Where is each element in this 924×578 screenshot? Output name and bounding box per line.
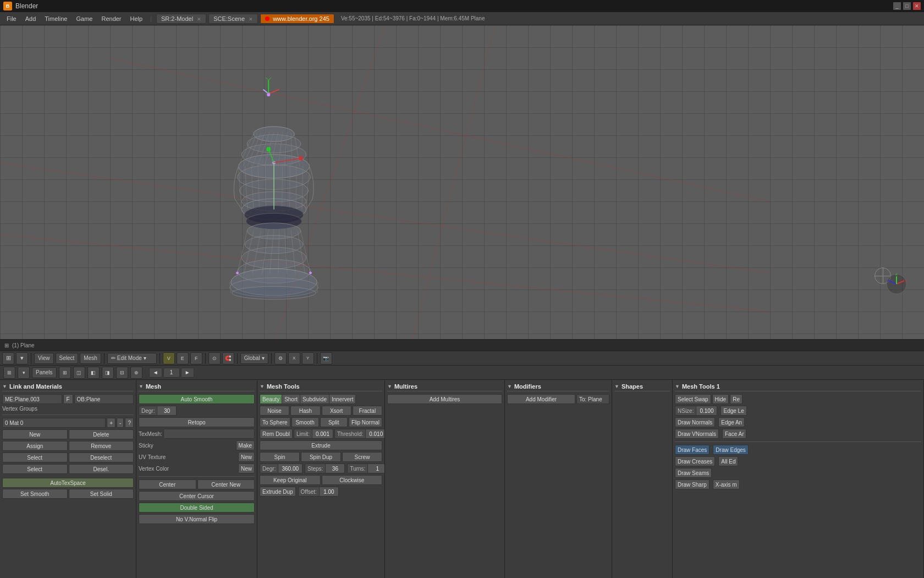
settings-btn[interactable]: ⚙ [274, 352, 287, 364]
tab-short[interactable]: Short [282, 394, 300, 404]
panel-icon-6[interactable]: ⊕ [130, 367, 142, 379]
panel-multires-toggle[interactable]: ▼ [387, 384, 392, 389]
panel-modifiers-toggle[interactable]: ▼ [507, 384, 512, 389]
clockwise-btn[interactable]: Clockwise [322, 475, 383, 485]
panel-icon-2[interactable]: ◫ [73, 367, 85, 379]
draw-faces-btn[interactable]: Draw Faces [675, 445, 710, 455]
grid-icon-btn[interactable]: ⊞ [2, 352, 14, 364]
menu-timeline[interactable]: Timeline [40, 14, 72, 23]
frame-next-btn[interactable]: ► [181, 368, 194, 378]
set-smooth-btn[interactable]: Set Smooth [2, 489, 68, 499]
xsort-btn[interactable]: Xsort [322, 406, 351, 416]
proportional-btn[interactable]: ⊙ [208, 352, 221, 364]
fractal-btn[interactable]: Fractal [353, 406, 382, 416]
edit-mode-btn[interactable]: ✏ Edit Mode ▾ [107, 353, 157, 364]
center-btn[interactable]: Center [139, 479, 196, 489]
auto-smooth-btn[interactable]: Auto Smooth [139, 394, 255, 404]
draw-vnormals-btn[interactable]: Draw VNormals [675, 429, 719, 439]
all-edges-btn[interactable]: All Ed [718, 456, 738, 466]
select-menu-btn[interactable]: Select [56, 353, 79, 364]
smooth-btn[interactable]: Smooth [292, 417, 319, 427]
re-btn[interactable]: Re [730, 394, 743, 404]
panels-btn[interactable]: Panels [32, 367, 57, 378]
vnormal-flip-btn[interactable]: No V.Normal Flip [139, 514, 255, 524]
rem-doubl-btn[interactable]: Rem Doubl [260, 429, 293, 439]
tab-scene[interactable]: SCE:Scene ✕ [208, 14, 258, 24]
panel-grid-btn[interactable]: ⊞ [3, 367, 15, 379]
tab-beauty[interactable]: Beauty [260, 394, 282, 404]
panel-arrow-btn[interactable]: ▾ [18, 367, 30, 379]
offset-val[interactable]: 1.00 [319, 487, 339, 497]
mesh-menu-btn[interactable]: Mesh [80, 353, 101, 364]
panel-icon-5[interactable]: ⊟ [116, 367, 128, 379]
panel-icon-4[interactable]: ◨ [102, 367, 114, 379]
panel-shapes-toggle[interactable]: ▼ [614, 384, 619, 389]
draw-normals-btn[interactable]: Draw Normals [675, 417, 715, 427]
select-swap-btn[interactable]: Select Swap [675, 394, 711, 404]
spin-btn[interactable]: Spin [260, 452, 300, 462]
mat-minus-btn[interactable]: - [117, 418, 124, 428]
tab-innervert[interactable]: Innervert [329, 394, 356, 404]
panel-mesh-tools-1-toggle[interactable]: ▼ [675, 384, 680, 389]
select2-btn[interactable]: Select [2, 464, 68, 474]
menu-file[interactable]: File [2, 14, 21, 23]
global-btn[interactable]: Global ▾ [240, 353, 268, 364]
extrude-dup-btn[interactable]: Extrude Dup [260, 487, 296, 497]
tab-subdivide[interactable]: Subdivide [300, 394, 329, 404]
draw-seams-btn[interactable]: Draw Seams [675, 468, 712, 478]
draw-sharp-btn[interactable]: Draw Sharp [675, 479, 710, 489]
menu-render[interactable]: Render [97, 14, 125, 23]
mat-question-btn[interactable]: ? [125, 418, 134, 428]
draw-creases-btn[interactable]: Draw Creases [675, 456, 715, 466]
select-btn[interactable]: Select [2, 452, 68, 462]
panel-mesh-toggle[interactable]: ▼ [139, 384, 144, 389]
screw-btn[interactable]: Screw [342, 452, 382, 462]
degr-value[interactable]: 30 [157, 406, 177, 416]
vc-new-btn[interactable]: New [238, 464, 255, 473]
tab-scene-close[interactable]: ✕ [249, 17, 253, 22]
edge-len-btn[interactable]: Edge Le [721, 406, 746, 416]
extrude-btn[interactable]: Extrude [260, 440, 382, 450]
snap-btn[interactable]: 🧲 [222, 352, 234, 364]
keep-original-btn[interactable]: Keep Original [260, 475, 321, 485]
face-ar-btn[interactable]: Face Ar [722, 429, 746, 439]
delete-mat-btn[interactable]: Delete [69, 429, 134, 439]
to-sphere-btn[interactable]: To Sphere [260, 417, 290, 427]
turns-val[interactable]: 1 [367, 464, 385, 473]
nsize-val[interactable]: 0.100 [696, 406, 717, 416]
center-cursor-btn[interactable]: Center Cursor [139, 491, 255, 501]
remove-btn[interactable]: Remove [69, 441, 134, 451]
spin-degr-val[interactable]: 360.00 [278, 464, 302, 473]
object-field[interactable]: OB:Plane [74, 394, 134, 404]
panel-link-toggle[interactable]: ▼ [2, 384, 7, 389]
face-select-btn[interactable]: F [190, 352, 202, 364]
threshold-val[interactable]: 0.010 [365, 429, 385, 439]
panel-icon-3[interactable]: ◧ [87, 367, 100, 379]
make-btn[interactable]: Make [236, 440, 255, 450]
split-btn[interactable]: Split [320, 417, 348, 427]
tab-model-close[interactable]: ✕ [197, 17, 201, 22]
tab-model[interactable]: SR:2-Model ✕ [156, 14, 206, 24]
assign-btn[interactable]: Assign [2, 441, 68, 451]
center-new-btn[interactable]: Center New [197, 479, 255, 489]
menu-game[interactable]: Game [72, 14, 97, 23]
frame-prev-btn[interactable]: ◄ [149, 368, 162, 378]
uv-new-btn[interactable]: New [238, 452, 255, 462]
spin-dup-btn[interactable]: Spin Dup [301, 452, 341, 462]
noise-btn[interactable]: Noise [260, 406, 289, 416]
steps-val[interactable]: 36 [325, 464, 345, 473]
menu-add[interactable]: Add [21, 14, 41, 23]
to-plane-field[interactable]: To: Plane [576, 394, 609, 404]
panel-icon-1[interactable]: ⊞ [59, 367, 71, 379]
mat-plus-btn[interactable]: + [107, 418, 116, 428]
edge-ang-btn[interactable]: Edge An [718, 417, 745, 427]
hash-btn[interactable]: Hash [290, 406, 320, 416]
desel-btn[interactable]: Desel. [69, 464, 134, 474]
camera-view-btn[interactable]: 📷 [320, 352, 332, 364]
frame-number[interactable]: 1 [163, 368, 180, 378]
limit-val[interactable]: 0.001 [312, 429, 333, 439]
edge-select-btn[interactable]: E [177, 352, 189, 364]
set-solid-btn[interactable]: Set Solid [69, 489, 134, 499]
mirror-y-btn[interactable]: Y [302, 352, 314, 364]
minimize-button[interactable]: _ [893, 2, 901, 10]
